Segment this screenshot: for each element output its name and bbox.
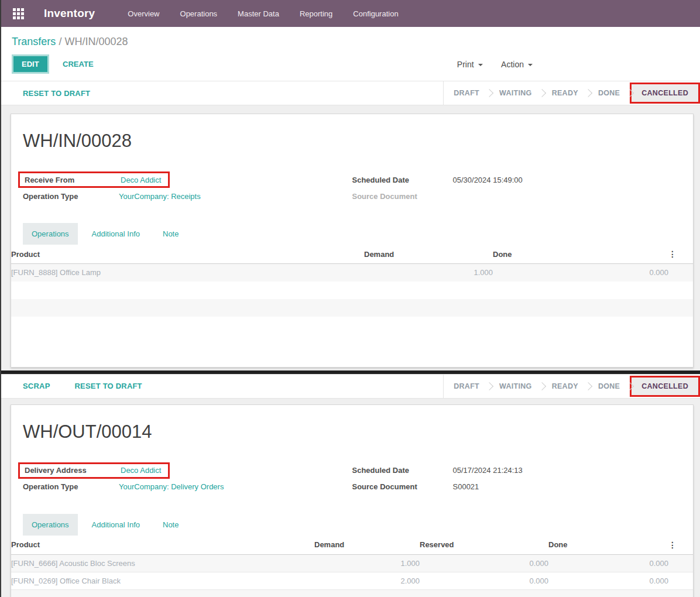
delivery-statusbar: SCRAP RESET TO DRAFT DRAFT WAITING READY… <box>1 374 700 399</box>
cell-done: 0.000 <box>548 554 668 572</box>
receipt-section: RESET TO DRAFT DRAFT WAITING READY DONE … <box>1 81 700 370</box>
table-row[interactable]: [FURN_6666] Acoustic Bloc Screens 1.000 … <box>11 554 693 572</box>
delivery-tabs: Operations Additional Info Note <box>23 514 693 536</box>
reset-to-draft-button[interactable]: RESET TO DRAFT <box>71 381 146 391</box>
chevron-down-icon <box>528 64 533 66</box>
status-cancelled: CANCELLED <box>632 378 698 395</box>
operation-type-value[interactable]: YourCompany: Receipts <box>119 192 201 201</box>
top-navbar: Inventory Overview Operations Master Dat… <box>1 0 700 27</box>
main-menu: Overview Operations Master Data Reportin… <box>128 9 398 18</box>
edit-button[interactable]: EDIT <box>12 54 49 74</box>
scheduled-date-value: 05/17/2024 21:24:13 <box>453 466 523 475</box>
delivery-title: WH/OUT/00014 <box>23 421 681 442</box>
cell-reserved: 0.000 <box>420 572 548 589</box>
cell-demand: 1.000 <box>364 264 493 282</box>
breadcrumb-current: WH/IN/00028 <box>64 36 128 47</box>
operation-type-value[interactable]: YourCompany: Delivery Orders <box>119 482 224 491</box>
column-header-demand[interactable]: Demand <box>364 245 493 264</box>
delivery-section: SCRAP RESET TO DRAFT DRAFT WAITING READY… <box>1 374 700 597</box>
breadcrumb-separator: / <box>59 36 61 47</box>
cell-product: [FURN_0269] Office Chair Black <box>11 572 314 589</box>
action-dropdown[interactable]: Action <box>501 60 533 69</box>
receipt-tabs: Operations Additional Info Note <box>23 223 693 245</box>
annotation-box-cancelled: CANCELLED <box>630 376 700 397</box>
cell-product: [FURN_8888] Office Lamp <box>11 264 364 282</box>
delivery-address-value[interactable]: Deco Addict <box>121 466 161 475</box>
cell-blank <box>668 572 693 589</box>
column-header-product[interactable]: Product <box>11 536 314 555</box>
reset-to-draft-button[interactable]: RESET TO DRAFT <box>19 88 94 98</box>
status-done[interactable]: DONE <box>588 375 630 398</box>
scheduled-date-label: Scheduled Date <box>352 466 453 475</box>
receipt-title: WH/IN/00028 <box>23 131 681 152</box>
delivery-status-pipeline: DRAFT WAITING READY DONE CANCELLED <box>443 375 700 398</box>
annotation-box-cancelled: CANCELLED <box>630 83 700 104</box>
receipt-content-background: WH/IN/00028 Receive From Deco Addict Ope… <box>1 105 700 370</box>
receipt-statusbar: RESET TO DRAFT DRAFT WAITING READY DONE … <box>1 81 700 105</box>
tab-additional-info[interactable]: Additional Info <box>83 223 149 245</box>
status-draft[interactable]: DRAFT <box>444 81 489 105</box>
print-dropdown[interactable]: Print <box>457 60 483 69</box>
table-row[interactable]: [FURN_0269] Office Chair Black 2.000 0.0… <box>11 572 693 589</box>
delivery-operations-table: Product Demand Reserved Done ⋮ [FURN_666… <box>11 536 693 597</box>
cell-done: 0.000 <box>493 264 668 282</box>
menu-configuration[interactable]: Configuration <box>353 9 398 18</box>
column-header-done[interactable]: Done <box>548 536 668 555</box>
tab-operations[interactable]: Operations <box>23 223 78 245</box>
tab-note[interactable]: Note <box>154 514 187 536</box>
cell-demand: 2.000 <box>314 572 420 589</box>
menu-reporting[interactable]: Reporting <box>300 9 332 18</box>
scrap-button[interactable]: SCRAP <box>19 381 54 391</box>
status-done[interactable]: DONE <box>588 81 630 105</box>
scheduled-date-value: 05/30/2024 15:49:00 <box>453 176 523 184</box>
status-cancelled: CANCELLED <box>632 84 698 102</box>
status-waiting[interactable]: WAITING <box>489 375 542 398</box>
source-document-value: S00021 <box>453 482 479 491</box>
scheduled-date-label: Scheduled Date <box>352 176 453 184</box>
delivery-content-background: WH/OUT/00014 Delivery Address Deco Addic… <box>1 399 700 597</box>
source-document-label: Source Document <box>352 192 453 201</box>
empty-row <box>11 299 693 317</box>
card-filler <box>11 317 693 367</box>
column-header-demand[interactable]: Demand <box>314 536 420 555</box>
column-header-reserved[interactable]: Reserved <box>420 536 548 555</box>
receipt-form-card: WH/IN/00028 Receive From Deco Addict Ope… <box>11 114 694 368</box>
delivery-form-card: WH/OUT/00014 Delivery Address Deco Addic… <box>11 404 694 597</box>
operation-type-label: Operation Type <box>23 482 119 491</box>
annotation-box-delivery-address: Delivery Address Deco Addict <box>18 462 170 479</box>
breadcrumb: Transfers / WH/IN/00028 <box>1 27 700 53</box>
table-row[interactable]: [FURN_8888] Office Lamp 1.000 0.000 <box>11 264 693 282</box>
tab-note[interactable]: Note <box>154 223 187 245</box>
receipt-status-pipeline: DRAFT WAITING READY DONE CANCELLED <box>443 81 700 105</box>
receive-from-value[interactable]: Deco Addict <box>121 176 161 184</box>
status-waiting[interactable]: WAITING <box>489 81 542 105</box>
delivery-address-label: Delivery Address <box>25 466 121 475</box>
create-button[interactable]: CREATE <box>59 59 97 69</box>
menu-operations[interactable]: Operations <box>180 9 218 18</box>
optional-columns-kebab-icon[interactable]: ⋮ <box>668 245 693 264</box>
print-dropdown-label: Print <box>457 60 474 69</box>
apps-grid-icon[interactable] <box>13 8 24 19</box>
cell-blank <box>668 264 693 282</box>
app-name[interactable]: Inventory <box>44 7 95 20</box>
cell-done: 0.000 <box>548 572 668 589</box>
column-header-product[interactable]: Product <box>11 245 364 264</box>
breadcrumb-transfers-link[interactable]: Transfers <box>12 36 56 47</box>
cell-demand: 1.000 <box>314 554 420 572</box>
cell-blank <box>668 554 693 572</box>
empty-row <box>11 282 693 299</box>
column-header-done[interactable]: Done <box>493 245 668 264</box>
operation-type-label: Operation Type <box>23 192 119 201</box>
menu-master-data[interactable]: Master Data <box>238 9 279 18</box>
tab-additional-info[interactable]: Additional Info <box>83 514 149 536</box>
chevron-down-icon <box>478 64 483 66</box>
delivery-fields: Delivery Address Deco Addict Operation T… <box>23 462 681 495</box>
receipt-operations-table: Product Demand Done ⋮ [FURN_8888] Office… <box>11 245 693 317</box>
menu-overview[interactable]: Overview <box>128 9 159 18</box>
tab-operations[interactable]: Operations <box>23 514 78 536</box>
status-draft[interactable]: DRAFT <box>444 375 489 398</box>
receipt-fields: Receive From Deco Addict Operation Type … <box>23 171 681 204</box>
status-ready[interactable]: READY <box>542 81 588 105</box>
optional-columns-kebab-icon[interactable]: ⋮ <box>668 536 693 555</box>
status-ready[interactable]: READY <box>542 375 588 398</box>
